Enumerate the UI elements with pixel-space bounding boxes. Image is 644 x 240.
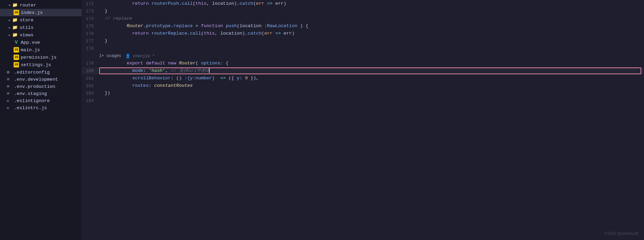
env-icon: ≡ <box>7 91 12 96</box>
sidebar-item-main-js[interactable]: JS main.js <box>0 46 82 54</box>
sidebar-item-label: router <box>20 3 36 8</box>
line-number: 182 <box>82 83 99 88</box>
code-line-182: 182 routes: constantRoutes <box>82 82 644 89</box>
sidebar-item-label: App.vue <box>21 40 40 45</box>
gear-icon: ⚙ <box>7 69 12 75</box>
line-number: 173 <box>82 9 99 14</box>
chevron-right-icon: ▸ <box>7 25 12 30</box>
line-number: 181 <box>82 76 99 81</box>
sidebar-item-label: permission.js <box>21 55 56 60</box>
js-icon: JS <box>14 10 19 15</box>
vue-icon: V <box>14 40 19 45</box>
code-line-173: 173 } <box>82 7 644 15</box>
sidebar-item-router-index-js[interactable]: JS index.js <box>0 9 82 16</box>
line-number: 174 <box>82 16 99 21</box>
code-line-176: 176 return routerReplace.call(this, loca… <box>82 30 644 37</box>
sidebar-item-label: views <box>20 33 34 38</box>
line-content <box>99 97 637 104</box>
line-number: 180 <box>82 68 99 74</box>
file-explorer: ▾ 📁 router JS index.js ▸ 📁 store ▸ 📁 uti… <box>0 0 82 240</box>
chevron-right-icon: ▸ <box>7 33 12 37</box>
folder-icon: 📁 <box>12 32 18 38</box>
line-content: } <box>99 37 637 45</box>
line-content: }) <box>99 89 637 97</box>
line-number: 175 <box>82 24 99 29</box>
env-icon: ≡ <box>7 77 12 82</box>
sidebar-item-views[interactable]: ▸ 📁 views <box>0 31 82 39</box>
watermark: CSDN @waterkid0 <box>604 231 639 236</box>
sidebar-item-app-vue[interactable]: V App.vue <box>0 39 82 46</box>
code-line-184: 184 <box>82 97 644 104</box>
js-icon: JS <box>14 47 19 53</box>
folder-icon: 📁 <box>12 2 18 8</box>
sidebar-item-label: .editorconfig <box>14 70 50 75</box>
sidebar-item-label: .eslintignore <box>14 98 50 103</box>
code-line-183: 183 }) <box>82 89 644 97</box>
sidebar-item-label: index.js <box>21 10 43 15</box>
line-number: 177 <box>82 39 99 44</box>
chevron-right-icon: ▸ <box>7 18 12 22</box>
folder-icon: 📁 <box>12 25 18 30</box>
line-number: 179 <box>82 61 99 66</box>
code-editor[interactable]: 172 return routerPush.call(this, locatio… <box>82 0 644 240</box>
code-content: 172 return routerPush.call(this, locatio… <box>82 0 644 104</box>
sidebar-item-env-development[interactable]: ≡ .env.development <box>0 76 82 83</box>
line-number: 178 <box>82 46 99 51</box>
sidebar-item-label: settings.js <box>21 62 51 67</box>
sidebar-item-label: utils <box>20 25 34 30</box>
code-line-178: 178 <box>82 45 644 52</box>
sidebar-item-permission-js[interactable]: JS permission.js <box>0 54 82 61</box>
sidebar-item-editorconfig[interactable]: ⚙ .editorconfig <box>0 68 82 76</box>
line-content: } <box>99 7 637 15</box>
js-icon: JS <box>14 62 19 67</box>
sidebar-item-utils[interactable]: ▸ 📁 utils <box>0 24 82 31</box>
sidebar-item-eslintrc-js[interactable]: ⊙ .eslintrc.js <box>0 104 82 112</box>
sidebar-item-label: .eslintrc.js <box>14 105 47 111</box>
line-number: 183 <box>82 91 99 96</box>
code-line-177: 177 } <box>82 37 644 45</box>
eslint-icon: ⊙ <box>7 99 12 103</box>
sidebar-item-store[interactable]: ▸ 📁 store <box>0 16 82 24</box>
sidebar-item-router[interactable]: ▾ 📁 router <box>0 1 82 9</box>
line-number: 184 <box>82 98 99 103</box>
sidebar-item-label: .env.development <box>14 77 58 82</box>
folder-icon: 📁 <box>12 17 18 23</box>
line-number: 176 <box>82 31 99 36</box>
code-line-172: 172 return routerPush.call(this, locatio… <box>82 0 644 7</box>
sidebar-item-label: store <box>20 18 34 23</box>
sidebar-item-eslintignore[interactable]: ⊙ .eslintignore <box>0 97 82 104</box>
env-icon: ≡ <box>7 84 12 89</box>
js-icon: JS <box>14 55 19 60</box>
sidebar-item-label: .env.production <box>14 84 55 89</box>
sidebar-item-settings-js[interactable]: JS settings.js <box>0 61 82 68</box>
chevron-down-icon: ▾ <box>7 3 12 7</box>
sidebar-item-env-staging[interactable]: ≡ .env.staging <box>0 90 82 97</box>
line-content <box>99 45 637 52</box>
sidebar-item-env-production[interactable]: ≡ .env.production <box>0 83 82 90</box>
line-number: 172 <box>82 1 99 6</box>
sidebar-item-label: main.js <box>21 47 40 53</box>
sidebar-item-label: .env.staging <box>14 91 47 96</box>
eslint-icon: ⊙ <box>7 106 12 110</box>
